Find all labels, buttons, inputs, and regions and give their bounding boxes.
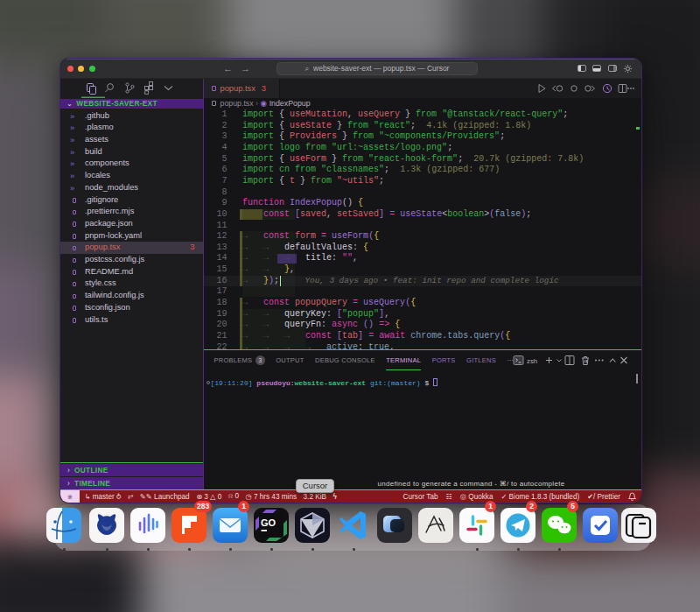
- svg-text:GO: GO: [261, 517, 276, 528]
- svg-text:zsh: zsh: [527, 357, 537, 365]
